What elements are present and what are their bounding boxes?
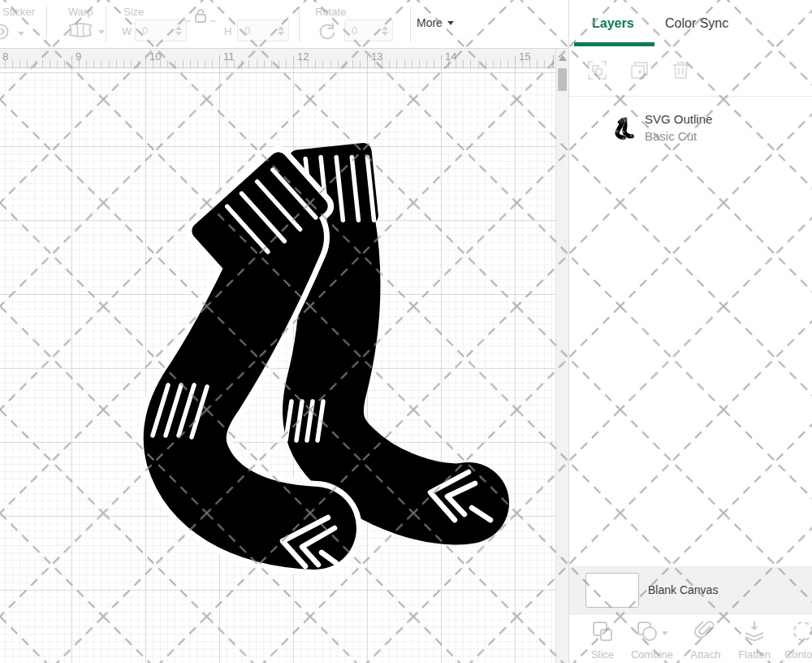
edit-toolbar: Sticker Warp Size W H	[0, 0, 568, 49]
toolbar-divider	[410, 6, 411, 42]
width-label: W	[122, 25, 132, 37]
offset-icon	[0, 21, 14, 46]
height-label: H	[224, 25, 231, 37]
tab-color-sync[interactable]: Color Sync	[665, 16, 728, 31]
layer-name: SVG Outline	[645, 111, 712, 128]
canvas-color-swatch[interactable]	[585, 573, 639, 608]
width-stepper[interactable]	[175, 26, 182, 36]
tab-layers[interactable]: Layers	[592, 16, 634, 31]
design-canvas[interactable]	[0, 68, 555, 663]
height-input[interactable]	[238, 24, 269, 37]
size-section-label: Size	[123, 6, 144, 18]
layers-panel: Layers Color Sync	[568, 0, 812, 663]
design-app-window: Sticker Warp Size W H	[0, 0, 812, 663]
attach-button[interactable]: Attach	[681, 620, 730, 661]
slice-button[interactable]: Slice	[578, 620, 627, 661]
duplicate-icon[interactable]	[629, 60, 650, 84]
contour-button[interactable]: Contour	[779, 620, 812, 661]
blank-canvas-label: Blank Canvas	[648, 583, 718, 596]
socks-artwork[interactable]	[0, 68, 555, 663]
warp-icon	[67, 21, 94, 42]
ruler-minor-ticks	[0, 60, 555, 67]
rotate-section-label: Rotate	[315, 6, 346, 18]
warp-button[interactable]	[67, 21, 105, 42]
more-label: More	[417, 16, 443, 29]
lock-aspect-icon[interactable]	[184, 7, 218, 25]
sticker-section-label: Sticker	[2, 6, 35, 18]
chevron-down-icon	[662, 631, 668, 635]
delete-icon[interactable]	[672, 60, 690, 84]
active-tab-underline	[574, 42, 654, 46]
chevron-down-icon	[98, 30, 105, 34]
combine-icon	[636, 620, 659, 646]
blank-canvas-row[interactable]: Blank Canvas	[569, 566, 812, 613]
layer-row-svg-outline[interactable]: SVG Outline Basic Cut	[569, 102, 812, 154]
panel-divider	[569, 96, 812, 97]
toolbar-divider	[46, 6, 47, 42]
more-button[interactable]: More	[417, 16, 454, 29]
layer-thumbnail	[614, 115, 635, 141]
group-icon[interactable]	[587, 60, 607, 84]
rotate-input[interactable]	[345, 24, 373, 37]
width-input[interactable]	[136, 24, 166, 37]
flatten-icon	[743, 620, 766, 646]
contour-icon	[792, 620, 812, 646]
attach-icon	[693, 620, 718, 646]
canvas-vertical-scrollbar[interactable]	[555, 49, 568, 663]
flatten-button[interactable]: Flatten	[730, 620, 779, 661]
toolbar-divider	[106, 6, 106, 42]
scrollbar-thumb[interactable]	[558, 68, 567, 91]
combine-button[interactable]: Combine	[623, 620, 681, 661]
layer-operation: Basic Cut	[645, 128, 712, 145]
slice-icon	[591, 620, 614, 646]
chevron-down-icon	[18, 32, 24, 36]
width-field[interactable]	[135, 20, 187, 41]
height-field[interactable]	[237, 20, 289, 41]
horizontal-ruler: 8 9 10 11 12 13 14 15	[0, 49, 555, 68]
sticker-style-button[interactable]	[0, 21, 24, 46]
rotate-stepper[interactable]	[382, 26, 388, 36]
layer-action-bar: Slice Combine	[569, 613, 812, 663]
chevron-down-icon	[447, 21, 454, 25]
rotate-icon[interactable]	[317, 21, 338, 46]
scroll-up-icon[interactable]	[559, 55, 567, 61]
height-stepper[interactable]	[278, 26, 284, 36]
rotate-field[interactable]	[344, 20, 393, 41]
toolbar-divider	[299, 6, 300, 42]
warp-section-label: Warp	[68, 6, 93, 18]
